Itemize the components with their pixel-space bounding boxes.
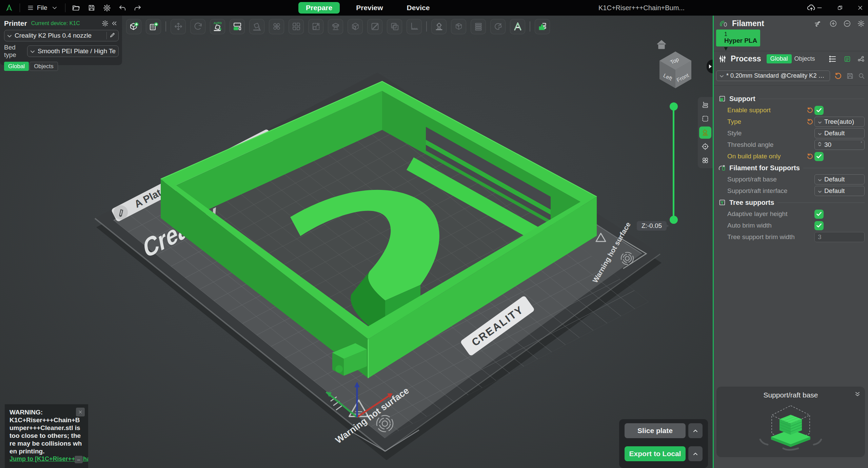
manual-support-icon[interactable] (431, 19, 447, 34)
support-type-value: Tree(auto) (824, 118, 854, 125)
rotate-icon[interactable] (190, 19, 205, 34)
support-raft-interface-dropdown[interactable]: Default (814, 186, 865, 196)
focus-target-icon[interactable] (699, 140, 711, 153)
bed-type-label: Bed type (4, 44, 27, 59)
chevron-down-icon[interactable] (49, 2, 60, 14)
collapse-preview-icon[interactable] (854, 391, 861, 398)
save-icon[interactable] (86, 2, 97, 14)
support-block-icon[interactable] (328, 19, 343, 34)
close-warning-icon[interactable] (76, 408, 85, 416)
assemble-puzzle-icon[interactable] (535, 19, 550, 34)
compare-flow-icon[interactable] (857, 55, 865, 63)
add-model-icon[interactable] (126, 19, 141, 34)
layer-slider-handle-top[interactable] (670, 102, 678, 111)
support-type-dropdown[interactable]: Tree(auto) (814, 117, 865, 127)
auto-orient-icon[interactable]: AUTO (210, 19, 225, 34)
divider (426, 21, 427, 32)
auto-brim-width-checkbox[interactable] (814, 221, 824, 230)
reset-support-type-icon[interactable] (806, 118, 814, 125)
undo-icon[interactable] (117, 2, 129, 14)
file-menu[interactable]: File (37, 4, 47, 12)
layer-slider-track[interactable] (673, 106, 674, 220)
remove-filament-icon[interactable] (843, 20, 851, 27)
filament-settings-gear-icon[interactable] (857, 20, 865, 27)
warning-jump-link[interactable]: Jump to [K1C+Riser+++Chain+Bu (9, 455, 83, 463)
support-raft-base-dropdown[interactable]: Default (814, 174, 865, 184)
support-style-value: Default (824, 130, 845, 137)
boolean-icon[interactable] (387, 19, 402, 34)
lay-on-face-icon[interactable] (249, 19, 264, 34)
measure-icon[interactable] (407, 19, 422, 34)
svg-text:AUTO: AUTO (214, 21, 222, 25)
process-tab-global[interactable]: Global (767, 54, 792, 63)
tab-objects[interactable]: Objects (29, 62, 58, 71)
search-preset-icon[interactable] (858, 72, 865, 80)
apps-clover-icon[interactable] (699, 154, 711, 167)
add-filament-icon[interactable] (829, 20, 837, 27)
enable-support-checkbox[interactable] (814, 106, 824, 115)
slice-plate-button[interactable]: Slice plate (625, 423, 686, 438)
select-marquee-icon[interactable] (699, 113, 711, 125)
param-list-icon[interactable] (829, 55, 837, 63)
tree-support-brim-width-input[interactable]: 3 (814, 232, 865, 242)
menu-icon[interactable] (25, 2, 36, 14)
split-icon[interactable] (289, 19, 304, 34)
tab-device[interactable]: Device (399, 2, 437, 14)
export-options-caret[interactable] (688, 446, 703, 461)
move-icon[interactable] (171, 19, 186, 34)
process-preset-dropdown[interactable]: * 0.20mm Standard @Creality K2 Plus ... (716, 71, 830, 81)
minimize-warning-icon[interactable]: – (75, 456, 83, 463)
threshold-angle-spinner[interactable]: 30 ° (814, 140, 865, 150)
restore-icon[interactable] (834, 2, 846, 14)
minimize-icon[interactable] (814, 2, 825, 14)
tab-global[interactable]: Global (4, 62, 29, 71)
printer-preset-dropdown[interactable]: Creality K2 Plus 0.4 nozzle (4, 30, 119, 41)
reset-enable-support-icon[interactable] (806, 106, 814, 114)
param-table-green-icon[interactable] (844, 55, 851, 63)
on-build-plate-only-checkbox[interactable] (814, 152, 824, 161)
support-paint-icon[interactable] (699, 126, 711, 139)
filament-slot-1[interactable]: 1 Hyper PLA ▾ (716, 30, 760, 46)
tab-prepare[interactable]: Prepare (298, 2, 340, 14)
divider (20, 3, 20, 12)
text-tool-icon[interactable] (510, 19, 525, 34)
collapse-panel-icon[interactable] (110, 18, 119, 29)
primitive-icon[interactable] (348, 19, 363, 34)
color-paint-icon[interactable] (490, 19, 506, 34)
tree-supports-icon (718, 199, 726, 206)
adaptive-layer-height-checkbox[interactable] (814, 210, 824, 219)
printer-settings-gear-icon[interactable] (100, 18, 110, 29)
reset-preset-icon[interactable] (834, 72, 842, 80)
warning-body: K1C+Riser+++Chain+Bumper+++Cleaner.stl i… (9, 416, 83, 455)
filament-flush-icon[interactable] (814, 20, 822, 28)
navigation-cube[interactable]: Top Left Front (656, 50, 694, 90)
edit-printer-icon[interactable] (110, 32, 116, 40)
layers-icon[interactable] (471, 19, 486, 34)
viewport-3d[interactable]: A Plate Creality CREALITY Warnin (0, 16, 713, 468)
seam-paint-icon[interactable] (367, 19, 382, 34)
support-style-dropdown[interactable]: Default (814, 128, 865, 138)
setting-row-support-raft-base: Support/raft base Default (714, 174, 868, 185)
adaptive-layer-height-label: Adaptive layer height (727, 210, 787, 218)
bed-type-dropdown[interactable]: Smooth PEI Plate / High Te (27, 45, 119, 57)
redo-icon[interactable] (132, 2, 143, 14)
layer-slider-handle-bottom[interactable] (670, 216, 678, 224)
save-preset-icon[interactable] (846, 72, 854, 80)
object-list-icon[interactable] (699, 99, 711, 111)
settings-gear-icon[interactable] (101, 2, 113, 14)
scale-icon[interactable] (308, 19, 323, 34)
open-folder-icon[interactable] (70, 2, 82, 14)
home-view-icon[interactable] (656, 39, 667, 50)
export-to-local-button[interactable]: Export to Local (625, 446, 686, 461)
process-tab-objects[interactable]: Objects (792, 54, 818, 63)
reset-on-build-plate-icon[interactable] (806, 153, 814, 160)
printer-panel: Printer Current device: K1C Creality K2 … (0, 16, 122, 65)
tab-preview[interactable]: Preview (349, 2, 390, 14)
add-plate-icon[interactable] (146, 19, 161, 34)
close-icon[interactable] (854, 2, 866, 14)
split-parts-icon[interactable] (451, 19, 466, 34)
slice-options-caret[interactable] (688, 423, 703, 438)
app-logo-icon[interactable] (3, 2, 15, 14)
clone-icon[interactable] (269, 19, 284, 34)
arrange-icon[interactable] (230, 19, 245, 34)
